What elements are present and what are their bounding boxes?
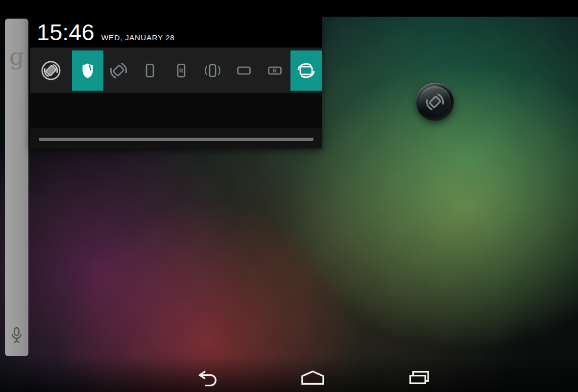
landscape-icon — [234, 61, 254, 80]
recents-icon — [408, 370, 430, 385]
notification-shade: 15:46 WED, JANUARY 28 — [30, 17, 322, 148]
sensor-landscape-icon — [296, 60, 316, 81]
rotation-app-button[interactable] — [30, 50, 72, 91]
portrait-icon — [140, 61, 160, 80]
shield-icon — [78, 61, 97, 80]
home-icon — [300, 370, 326, 385]
guard-lock-button[interactable] — [72, 50, 103, 91]
shade-empty-area — [30, 93, 322, 128]
rotation-overlay-button[interactable] — [416, 83, 454, 121]
rotation-overlay-button-face — [419, 86, 451, 118]
reverse-portrait-icon: R — [171, 61, 191, 80]
rotation-control-buttons: R R — [30, 48, 322, 93]
auto-rotate-icon — [108, 60, 129, 81]
clock-date: WED, JANUARY 28 — [101, 33, 175, 42]
reverse-letter: R — [273, 68, 277, 74]
back-icon — [197, 370, 219, 387]
portrait-button[interactable] — [134, 50, 166, 91]
shade-clock-row: 15:46 WED, JANUARY 28 — [30, 17, 322, 48]
clock-time: 15:46 — [37, 17, 95, 48]
back-button[interactable] — [197, 370, 219, 387]
voice-search-button[interactable] — [9, 327, 24, 345]
google-logo: g — [5, 44, 28, 69]
recents-button[interactable] — [408, 370, 430, 385]
landscape-button[interactable] — [228, 50, 260, 91]
shade-handle-area — [30, 128, 322, 148]
reverse-letter: R — [179, 68, 183, 74]
auto-rotate-button[interactable] — [103, 50, 135, 91]
home-screen-wallpaper: g 15:46 WED, JANUARY 28 — [0, 0, 578, 392]
shade-drag-handle[interactable] — [39, 138, 313, 141]
sensor-portrait-icon — [203, 61, 222, 80]
microphone-icon — [9, 327, 24, 345]
reverse-landscape-icon: R — [265, 61, 285, 80]
reverse-landscape-button[interactable]: R — [259, 50, 290, 91]
sensor-landscape-button[interactable] — [290, 50, 322, 91]
auto-rotate-icon — [424, 91, 446, 113]
rotate-circle-icon — [41, 60, 61, 81]
google-search-widget[interactable]: g — [5, 19, 28, 356]
home-button[interactable] — [300, 370, 326, 385]
status-bar — [0, 0, 578, 17]
sensor-portrait-button[interactable] — [197, 50, 228, 91]
reverse-portrait-button[interactable]: R — [166, 50, 197, 91]
